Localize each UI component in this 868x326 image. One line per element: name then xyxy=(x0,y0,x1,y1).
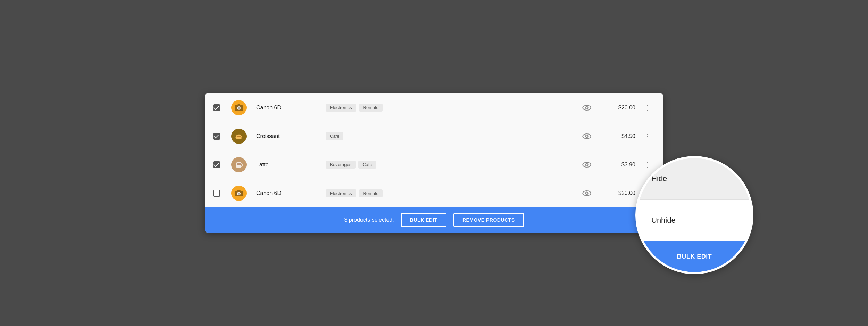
eye-icon xyxy=(582,160,592,170)
tags-col: Electronics Rentals xyxy=(319,104,573,112)
checkbox-col xyxy=(213,190,226,197)
tag: Rentals xyxy=(359,104,383,112)
tags-col: Electronics Rentals xyxy=(319,189,573,197)
product-name: Canon 6D xyxy=(256,190,319,196)
price: $4.50 xyxy=(601,133,635,139)
row-3-checkbox[interactable] xyxy=(213,161,220,168)
visibility-col xyxy=(573,131,601,141)
selected-count-label: 3 products selected: xyxy=(344,217,394,223)
bulk-edit-button[interactable]: BULK EDIT xyxy=(401,213,446,227)
svg-point-3 xyxy=(586,106,588,109)
product-list: Canon 6D Electronics Rentals $20.00 ⋮ xyxy=(205,93,663,207)
svg-point-12 xyxy=(583,191,591,196)
svg-point-8 xyxy=(583,162,591,167)
visibility-col xyxy=(573,188,601,198)
actions-col: ⋮ xyxy=(641,161,655,168)
three-dots-button[interactable]: ⋮ xyxy=(644,161,652,168)
eye-icon xyxy=(582,188,592,198)
tag: Rentals xyxy=(359,189,383,197)
circle-bulk-edit-area: BULK EDIT xyxy=(637,241,751,272)
avatar-col xyxy=(231,186,249,201)
avatar xyxy=(231,100,247,115)
svg-point-4 xyxy=(583,134,591,139)
tag: Electronics xyxy=(326,104,356,112)
product-name: Latte xyxy=(256,162,319,168)
table-row: Croissant Cafe $4.50 ⋮ xyxy=(205,122,663,150)
svg-point-9 xyxy=(586,163,588,166)
checkbox-col xyxy=(213,133,226,140)
price: $20.00 xyxy=(601,105,635,111)
tags-col: Cafe xyxy=(319,132,573,140)
avatar xyxy=(231,186,247,201)
svg-point-2 xyxy=(583,105,591,110)
table-row: Latte Beverages Cafe $3.90 ⋮ xyxy=(205,150,663,179)
eye-icon xyxy=(582,131,592,141)
avatar xyxy=(231,157,247,172)
price: $3.90 xyxy=(601,162,635,168)
actions-col: ⋮ xyxy=(641,104,655,111)
tag: Beverages xyxy=(326,161,356,169)
tag: Cafe xyxy=(326,132,343,140)
avatar-col xyxy=(231,157,249,172)
three-dots-button[interactable]: ⋮ xyxy=(644,133,652,140)
product-name: Croissant xyxy=(256,133,319,139)
tag: Cafe xyxy=(358,161,376,169)
avatar-col xyxy=(231,100,249,115)
table-row: Canon 6D Electronics Rentals $20.00 ⋮ xyxy=(205,179,663,207)
checkbox-col xyxy=(213,104,226,111)
avatar-col xyxy=(231,129,249,144)
svg-rect-7 xyxy=(237,163,241,165)
avatar xyxy=(231,129,247,144)
tag: Electronics xyxy=(326,189,356,197)
visibility-col xyxy=(573,160,601,170)
circle-bulk-edit-label: BULK EDIT xyxy=(677,253,712,260)
price: $20.00 xyxy=(601,190,635,196)
svg-point-5 xyxy=(586,135,588,137)
row-2-checkbox[interactable] xyxy=(213,133,220,140)
product-name: Canon 6D xyxy=(256,105,319,111)
actions-col: ⋮ xyxy=(641,133,655,140)
tags-col: Beverages Cafe xyxy=(319,161,573,169)
bottom-bar: 3 products selected: BULK EDIT REMOVE PR… xyxy=(205,207,663,233)
table-row: Canon 6D Electronics Rentals $20.00 ⋮ xyxy=(205,93,663,122)
row-1-checkbox[interactable] xyxy=(213,104,220,111)
remove-products-button[interactable]: REMOVE PRODUCTS xyxy=(453,213,524,227)
eye-icon xyxy=(582,103,592,113)
row-4-checkbox[interactable] xyxy=(213,190,220,197)
svg-point-1 xyxy=(238,107,240,109)
checkbox-col xyxy=(213,161,226,168)
visibility-col xyxy=(573,103,601,113)
main-container: Canon 6D Electronics Rentals $20.00 ⋮ xyxy=(205,93,663,233)
context-menu-magnified: Hide Unhide BULK EDIT xyxy=(635,156,753,274)
svg-point-13 xyxy=(586,192,588,195)
svg-point-11 xyxy=(238,193,240,195)
three-dots-button[interactable]: ⋮ xyxy=(644,104,652,111)
unhide-menu-item[interactable]: Unhide xyxy=(637,200,751,241)
